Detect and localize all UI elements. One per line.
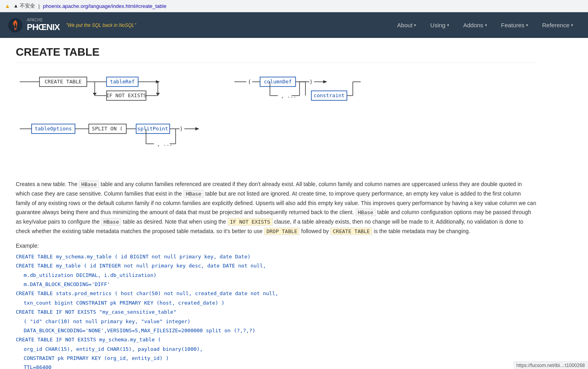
code-line-7: ( "id" char(10) not null primary key, "v… xyxy=(16,317,537,326)
addons-caret: ▾ xyxy=(485,23,487,27)
code-line-0: CREATE TABLE my_schema.my_table ( id BIG… xyxy=(16,252,537,261)
code-line-10: org_id CHAR(15), entity_id CHAR(15), pay… xyxy=(16,345,537,354)
apache-label: APACHE xyxy=(27,18,60,22)
nav-addons[interactable]: Addons ▾ xyxy=(456,12,494,38)
railroad-diagram-2: ( columnDef ) , ... constraint xyxy=(230,70,404,109)
svg-text:columnDef: columnDef xyxy=(264,79,292,85)
svg-marker-50 xyxy=(195,127,199,130)
tagline: "We put the SQL back in NoSQL" xyxy=(66,23,136,28)
reference-caret: ▾ xyxy=(571,23,573,27)
code-line-3: m.DATA_BLOCK_ENCODING='DIFF' xyxy=(16,280,537,289)
code-block: CREATE TABLE my_schema.my_table ( id BIG… xyxy=(16,252,537,369)
example-label: Example: xyxy=(16,243,537,249)
svg-text:CREATE TABLE: CREATE TABLE xyxy=(45,79,82,85)
svg-text:tableOptions: tableOptions xyxy=(35,126,72,132)
about-caret: ▾ xyxy=(414,23,416,27)
hbase-code-2: HBase xyxy=(184,190,204,198)
description-paragraph: Creates a new table. The HBase table and… xyxy=(16,180,537,236)
code-line-4: CREATE TABLE stats.prod_metrics ( host c… xyxy=(16,289,537,298)
separator: | xyxy=(38,3,39,9)
svg-text:constraint: constraint xyxy=(314,92,345,98)
code-line-11: CONSTRAINT pk PRIMARY KEY (org_id, entit… xyxy=(16,354,537,363)
main-nav: About ▾ Using ▾ Addons ▾ Features ▾ Refe… xyxy=(390,12,580,38)
phoenix-icon xyxy=(8,18,23,33)
svg-text:): ) xyxy=(180,126,183,132)
phoenix-name: PHŒNIX xyxy=(27,22,60,32)
address-bar: ▲ ▲ 不安全 | phoenix.apache.org/language/in… xyxy=(0,0,588,12)
logo-text-area: APACHE PHŒNIX xyxy=(27,18,60,32)
svg-text:SPLIT ON (: SPLIT ON ( xyxy=(92,126,123,132)
svg-text:IF NOT EXISTS: IF NOT EXISTS xyxy=(106,92,146,98)
page-title: CREATE TABLE xyxy=(16,46,537,63)
svg-text:tableRef: tableRef xyxy=(110,79,135,85)
code-line-9: CREATE TABLE IF NOT EXISTS my_schema.my_… xyxy=(16,335,537,344)
nav-features[interactable]: Features ▾ xyxy=(494,12,535,38)
url-text[interactable]: phoenix.apache.org/language/index.html#c… xyxy=(43,3,167,9)
if-not-exists-code: IF NOT EXISTS xyxy=(228,218,273,226)
using-caret: ▾ xyxy=(447,23,449,27)
diagram-container: CREATE TABLE tableRef IF NOT EXISTS ( xyxy=(16,70,537,168)
hbase-code-3: HBase xyxy=(356,209,376,216)
code-line-8: DATA_BLOCK_ENCODING='NONE',VERSIONS=5,MA… xyxy=(16,326,537,335)
features-caret: ▾ xyxy=(526,23,528,27)
svg-marker-25 xyxy=(323,80,327,83)
security-warning-icon: ▲ xyxy=(5,3,10,9)
svg-marker-16 xyxy=(156,93,160,96)
code-line-2: m.db_utilization DECIMAL, i.db_utilizati… xyxy=(16,271,537,280)
navbar: APACHE PHŒNIX "We put the SQL back in No… xyxy=(0,12,588,38)
main-content: CREATE TABLE CREATE TABLE tableRef IF NO… xyxy=(0,38,552,369)
hbase-code-4: HBase xyxy=(101,218,121,226)
create-table-code: CREATE TABLE xyxy=(330,228,372,235)
nav-using[interactable]: Using ▾ xyxy=(423,12,456,38)
railroad-diagram-1: CREATE TABLE tableRef IF NOT EXISTS xyxy=(16,70,229,109)
code-line-1: CREATE TABLE my_table ( id INTEGER not n… xyxy=(16,261,537,270)
nav-about[interactable]: About ▾ xyxy=(390,12,423,38)
svg-text:splitPoint: splitPoint xyxy=(137,126,168,132)
status-url: https://fucsom.net/ibi...:t1000268 xyxy=(517,363,585,368)
logo-area: APACHE PHŒNIX "We put the SQL back in No… xyxy=(8,18,136,33)
svg-text:(: ( xyxy=(248,79,251,85)
security-warning-text: ▲ 不安全 xyxy=(13,2,35,9)
railroad-diagram-3: tableOptions SPLIT ON ( splitPoint ) , .… xyxy=(16,117,237,160)
code-line-5: txn_count bigint CONSTRAINT pk PRIMARY K… xyxy=(16,298,537,307)
svg-marker-15 xyxy=(93,93,97,96)
code-line-6: CREATE TABLE IF NOT EXISTS "my_case_sens… xyxy=(16,307,537,316)
svg-text:): ) xyxy=(309,79,313,85)
code-line-12: TTL=86400 xyxy=(16,363,537,369)
nav-reference[interactable]: Reference ▾ xyxy=(535,12,580,38)
drop-table-code: DROP TABLE xyxy=(264,228,300,235)
status-bar: https://fucsom.net/ibi...:t1000268 xyxy=(513,361,588,369)
hbase-code-1: HBase xyxy=(79,181,99,188)
